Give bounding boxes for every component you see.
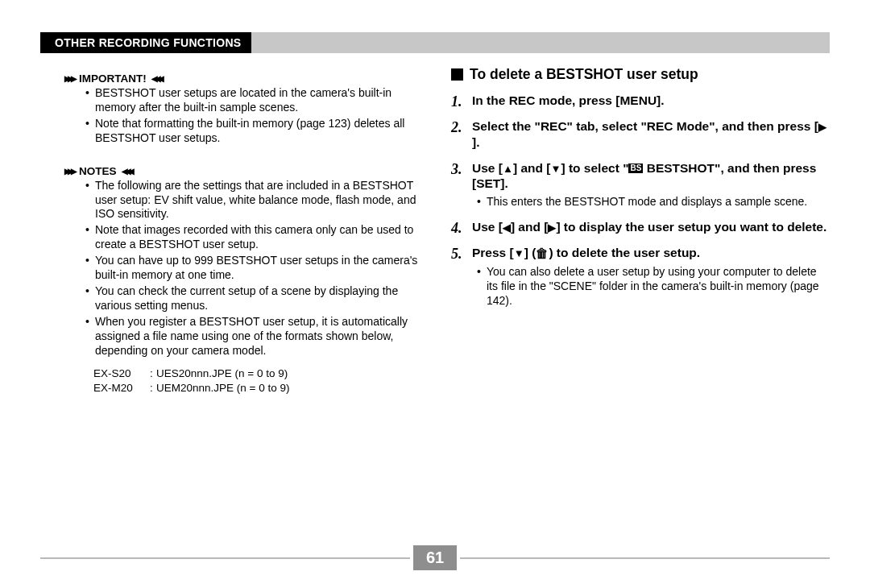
step-text-b: ] and [ [511, 220, 549, 234]
format-row: EX-S20 : UES20nnn.JPE (n = 0 to 9) [93, 366, 419, 381]
notes-list: The following are the settings that are … [85, 179, 419, 358]
list-item: The following are the settings that are … [85, 179, 419, 222]
format-pattern: UES20nnn.JPE (n = 0 to 9) [156, 366, 288, 381]
step-3: 3 Use [▲] and [▼] to select "BS BESTSHOT… [451, 160, 830, 210]
step-text-a: Select the "REC" tab, select "REC Mode",… [472, 119, 818, 133]
step-sub-list: This enters the BESTSHOT mode and displa… [477, 195, 830, 209]
trash-icon: 🗑 [536, 246, 549, 260]
triangle-down-icon: ▼ [514, 247, 524, 261]
arrow-left-icon: ◀◀◀ [151, 74, 161, 83]
left-column: ▶▶▶ IMPORTANT! ◀◀◀ BESTSHOT user setups … [40, 64, 419, 395]
step-text-c: ] to display the user setup you want to … [556, 220, 826, 234]
triangle-down-icon: ▼ [550, 163, 561, 176]
list-item: You can check the current setup of a sce… [85, 284, 419, 313]
right-column: To delete a BESTSHOT user setup 1 In the… [451, 64, 830, 395]
format-model: EX-S20 [93, 366, 150, 381]
list-item: You can also delete a user setup by usin… [477, 265, 830, 308]
step-text-c: ] to select " [561, 161, 628, 175]
subsection-heading: To delete a BESTSHOT user setup [451, 66, 830, 83]
step-2: 2 Select the "REC" tab, select "REC Mode… [451, 118, 830, 151]
step-text-b: ] and [ [513, 161, 551, 175]
list-item: You can have up to 999 BESTSHOT user set… [85, 254, 419, 283]
step-number: 5 [451, 245, 462, 263]
format-pattern: UEM20nnn.JPE (n = 0 to 9) [156, 381, 289, 395]
footer-line-left [40, 557, 410, 559]
section-header: OTHER RECORDING FUNCTIONS [40, 32, 830, 53]
header-gray-bar [251, 32, 831, 53]
triangle-right-icon: ▶ [818, 121, 826, 135]
arrow-right-icon: ▶▶▶ [64, 167, 74, 176]
step-text-a: Use [ [472, 161, 503, 175]
square-bullet-icon [451, 68, 463, 81]
format-model: EX-M20 [93, 381, 150, 395]
notes-text: NOTES [79, 165, 117, 177]
important-label: ▶▶▶ IMPORTANT! ◀◀◀ [64, 72, 419, 85]
step-number: 3 [451, 160, 462, 179]
step-number: 4 [451, 219, 462, 238]
format-row: EX-M20 : UEM20nnn.JPE (n = 0 to 9) [93, 381, 419, 395]
section-title: OTHER RECORDING FUNCTIONS [40, 32, 251, 53]
triangle-right-icon: ▶ [548, 222, 556, 235]
important-text: IMPORTANT! [79, 72, 147, 85]
step-text-a: Use [ [472, 220, 503, 234]
footer-line-right [460, 557, 830, 559]
page-footer: 61 [40, 545, 830, 570]
format-colon: : [150, 366, 156, 381]
step-number: 1 [451, 93, 462, 111]
step-number: 2 [451, 118, 462, 137]
step-4: 4 Use [◀] and [▶] to display the user se… [451, 219, 830, 235]
arrow-right-icon: ▶▶▶ [64, 74, 74, 83]
content-columns: ▶▶▶ IMPORTANT! ◀◀◀ BESTSHOT user setups … [40, 64, 830, 395]
step-text-b: ]. [472, 135, 479, 149]
notes-label: ▶▶▶ NOTES ◀◀◀ [64, 165, 419, 177]
format-list: EX-S20 : UES20nnn.JPE (n = 0 to 9) EX-M2… [93, 366, 419, 395]
step-5: 5 Press [▼] (🗑) to delete the user setup… [451, 245, 830, 308]
steps-list: 1 In the REC mode, press [MENU]. 2 Selec… [451, 93, 830, 308]
list-item: Note that images recorded with this came… [85, 223, 419, 252]
step-1: 1 In the REC mode, press [MENU]. [451, 93, 830, 109]
step-text-c: ) to delete the user setup. [549, 246, 700, 259]
page-number: 61 [413, 545, 457, 570]
triangle-left-icon: ◀ [503, 222, 511, 235]
step-text: In the REC mode, press [MENU]. [472, 93, 665, 107]
step-text-b: ] ( [524, 246, 536, 259]
step-text-a: Press [ [472, 246, 514, 259]
list-item: BESTSHOT user setups are located in the … [85, 86, 419, 115]
step-sub-list: You can also delete a user setup by usin… [477, 265, 830, 308]
list-item: When you register a BESTSHOT user setup,… [85, 315, 419, 358]
subsection-heading-text: To delete a BESTSHOT user setup [470, 66, 698, 83]
format-colon: : [150, 381, 156, 395]
list-item: Note that formatting the built-in memory… [85, 117, 419, 146]
important-list: BESTSHOT user setups are located in the … [85, 86, 419, 146]
arrow-left-icon: ◀◀◀ [122, 167, 131, 176]
bestshot-icon: BS [628, 164, 643, 173]
list-item: This enters the BESTSHOT mode and displa… [477, 195, 830, 209]
triangle-up-icon: ▲ [503, 163, 513, 176]
